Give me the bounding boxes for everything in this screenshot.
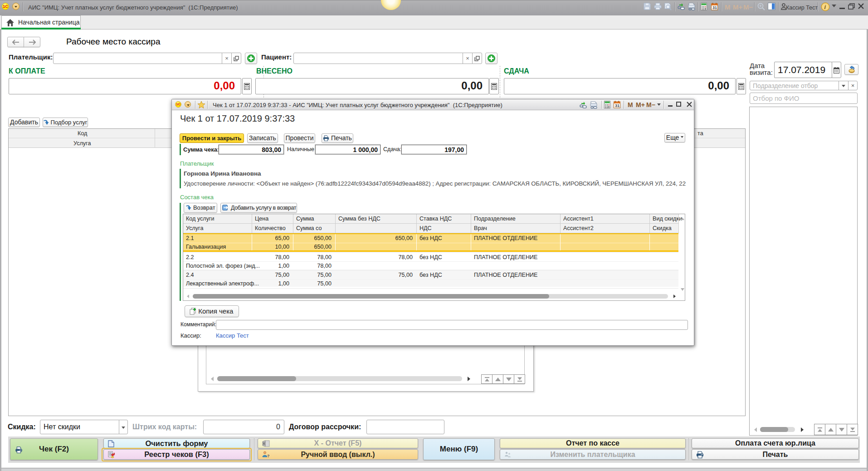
svg-text:i: i [824, 4, 826, 10]
svg-text:?: ? [267, 454, 269, 458]
svg-text:31: 31 [712, 5, 717, 10]
svg-text:31: 31 [615, 103, 619, 108]
